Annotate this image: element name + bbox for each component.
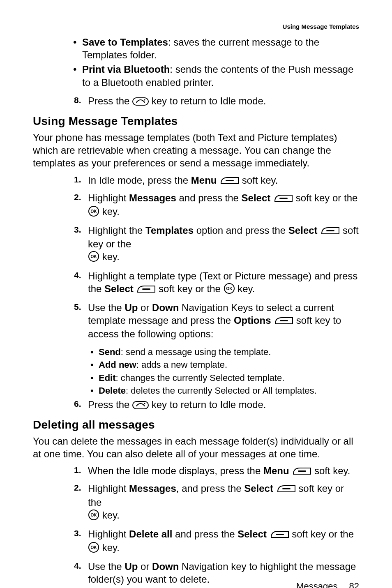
section-title-deleting: Deleting all messages [33,418,359,431]
bold: Select [242,192,271,203]
page: Using Message Templates Save to Template… [0,0,392,588]
bold: Select [104,283,134,294]
text: : send a message using the template. [121,347,271,357]
section-intro-templates: Your phone has message templates (both T… [33,131,359,170]
bold: Options [234,315,271,326]
option-delete: Delete: deletes the currently Selected o… [99,385,359,397]
softkey-icon [320,225,340,238]
bold: Up [125,561,138,572]
bold: Send [99,347,121,357]
option-send: Send: send a message using the template. [99,346,359,358]
bold: Templates [145,225,194,236]
option-edit: Edit: changes the currently Selected tem… [99,372,359,384]
text: key. [235,283,255,294]
text: , and press the [176,483,244,494]
text: When the Idle mode displays, press the [88,465,263,476]
bullet-save-to-templates: Save to Templates: saves the current mes… [82,36,359,61]
step-4: Highlight a template type (Text or Pictu… [74,270,359,297]
text: Highlight [88,528,129,540]
end-key-icon [132,95,149,109]
text: Use the [88,302,125,313]
step-6: Press the key to return to Idle mode. [74,398,359,413]
step-1: In Idle mode, press the Menu soft key. [74,174,359,187]
bold: Select [288,225,318,236]
ok-key-icon [88,251,99,265]
text: Press the [88,95,132,106]
text: Highlight [88,192,129,203]
softkey-icon [136,283,156,296]
bold: Down [152,302,179,313]
step-5-options: Send: send a message using the template.… [33,346,359,397]
bold: Menu [191,175,217,186]
step-1: When the Idle mode displays, press the M… [74,464,359,478]
text: and press the [172,528,238,540]
templates-steps-6: Press the key to return to Idle mode. [33,398,359,413]
ok-key-icon [88,509,99,523]
text: Use the [88,561,125,572]
section-title-templates: Using Message Templates [33,115,359,128]
softkey-icon [270,528,289,541]
bold: Select [244,483,273,494]
running-header: Using Message Templates [33,23,359,30]
bold: Edit [99,373,116,383]
softkey-icon [219,175,239,187]
ok-key-icon [88,542,99,556]
section-intro-deleting: You can delete the messages in each mess… [33,435,359,460]
text: or [138,561,152,572]
text: : adds a new template. [136,360,227,370]
text: soft key. [239,175,278,186]
text: key. [99,510,120,521]
templates-steps: In Idle mode, press the Menu soft key. H… [33,174,359,341]
text: soft key or the [293,192,357,203]
bold: Delete [99,385,126,396]
text: Highlight [88,483,129,494]
text: key. [99,206,120,217]
softkey-icon [274,315,293,327]
step-3: Highlight the Templates option and press… [74,224,359,265]
text: key to return to Idle mode. [152,399,266,410]
step-8-list: Press the key to return to Idle mode. [33,95,359,109]
text: option and press the [194,225,288,236]
softkey-icon [273,192,293,205]
text: : deletes the currently Selected or All … [126,385,317,396]
text: soft key or the [289,528,354,540]
bold: Menu [263,465,289,476]
step-3: Highlight Delete all and press the Selec… [74,528,359,556]
bullet-bold: Print via Bluetooth [82,64,170,75]
text: : changes the currently Selected templat… [116,373,285,383]
bold: Delete all [129,528,172,540]
text: soft key or the [156,283,223,294]
bold: Messages [129,483,176,494]
text: key. [99,542,120,553]
footer-chapter: Messages [296,581,337,588]
bold: Up [125,302,138,313]
bold: Down [152,561,179,572]
deleting-steps: When the Idle mode displays, press the M… [33,464,359,586]
footer-page-number: 82 [349,581,359,588]
bold: Select [238,528,267,540]
text: and press the [176,192,242,203]
top-bullets: Save to Templates: saves the current mes… [33,36,359,89]
text: key to return to Idle mode. [152,95,266,106]
step-2: Highlight Messages and press the Select … [74,191,359,220]
step-8: Press the key to return to Idle mode. [74,95,359,109]
bold: Add new [99,360,136,370]
step-2: Highlight Messages, and press the Select… [74,482,359,523]
bullet-print-via-bluetooth: Print via Bluetooth: sends the contents … [82,63,359,88]
ok-key-icon [224,283,235,297]
softkey-icon [292,465,311,478]
option-add-new: Add new: adds a new template. [99,359,359,371]
text: In Idle mode, press the [88,175,191,186]
text: soft key. [311,465,350,476]
softkey-icon [276,483,296,496]
bold: Messages [129,192,176,203]
ok-key-icon [88,205,99,220]
page-footer: Messages 82 [296,581,359,588]
text: key. [99,251,120,262]
end-key-icon [132,399,149,413]
text: Highlight the [88,225,145,236]
text: or [138,302,152,313]
step-5: Use the Up or Down Navigation Keys to se… [74,301,359,341]
bullet-bold: Save to Templates [82,37,168,48]
text: Press the [88,399,132,410]
